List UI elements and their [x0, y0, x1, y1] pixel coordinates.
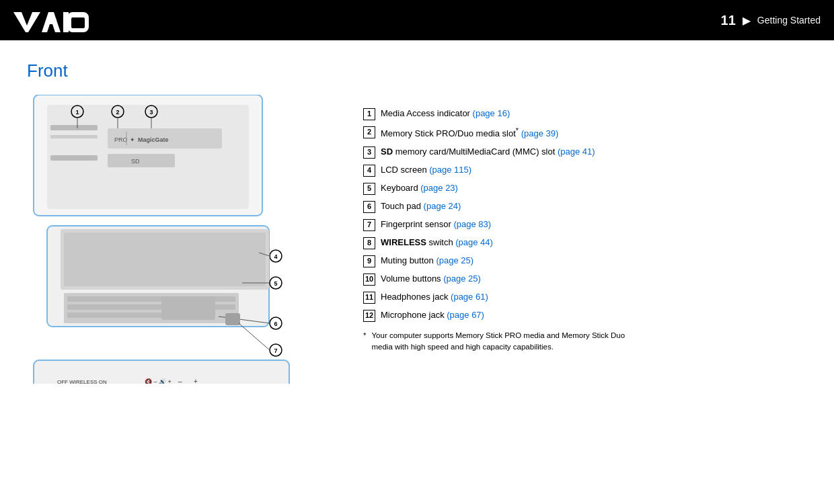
footnote: * Your computer supports Memory Stick PR…: [363, 330, 646, 353]
svg-rect-43: [225, 313, 240, 325]
svg-text:2: 2: [116, 109, 119, 116]
list-item: 7 Fingerprint sensor (page 83): [363, 218, 807, 231]
description-list: 1 Media Access indicator (page 16) 2 Mem…: [363, 108, 807, 322]
vaio-logo: [13, 7, 94, 34]
item-number-12: 12: [363, 310, 375, 322]
svg-rect-39: [161, 296, 215, 320]
item-text-6: Touch pad (page 24): [381, 200, 461, 212]
svg-text:SD: SD: [131, 158, 140, 165]
svg-text:3: 3: [149, 109, 153, 116]
list-item: 2 Memory Stick PRO/Duo media slot* (page…: [363, 126, 807, 140]
list-item: 6 Touch pad (page 24): [363, 200, 807, 213]
list-item: 12 Microphone jack (page 67): [363, 309, 807, 322]
right-panel: 1 Media Access indicator (page 16) 2 Mem…: [336, 60, 807, 491]
svg-rect-11: [108, 154, 175, 167]
item-link-1[interactable]: (page 16): [473, 108, 510, 118]
svg-rect-15: [50, 155, 98, 161]
item-number-10: 10: [363, 274, 375, 286]
list-item: 4 LCD screen (page 115): [363, 164, 807, 177]
svg-rect-29: [64, 233, 266, 286]
list-item: 3 SD memory card/MultiMediaCard (MMC) sl…: [363, 146, 807, 159]
svg-marker-0: [13, 12, 40, 32]
item-number-3: 3: [363, 146, 375, 159]
main-content: Front PRO ✦ MagicGate SD 1: [0, 40, 834, 504]
svg-rect-13: [50, 125, 98, 130]
item-number-5: 5: [363, 183, 375, 195]
svg-text:+: +: [194, 378, 198, 384]
item-text-12: Microphone jack (page 67): [381, 309, 484, 321]
item-link-8[interactable]: (page 44): [455, 237, 493, 247]
item-link-5[interactable]: (page 23): [420, 183, 458, 193]
left-panel: Front PRO ✦ MagicGate SD 1: [27, 60, 336, 491]
footnote-text: Your computer supports Memory Stick PRO …: [371, 330, 646, 353]
list-item: 5 Keyboard (page 23): [363, 182, 807, 195]
item-text-2: Memory Stick PRO/Duo media slot* (page 3…: [381, 126, 558, 140]
item-number-8: 8: [363, 237, 375, 249]
list-item: 8 WIRELESS switch (page 44): [363, 237, 807, 249]
svg-text:7: 7: [274, 347, 277, 354]
item-link-4[interactable]: (page 115): [429, 165, 471, 175]
svg-text:✦: ✦: [130, 136, 135, 143]
header-right: 11 ▶ Getting Started: [721, 13, 821, 28]
svg-marker-1: [42, 12, 61, 32]
item-number-7: 7: [363, 219, 375, 231]
list-item: 1 Media Access indicator (page 16): [363, 108, 807, 120]
svg-text:PRO: PRO: [114, 136, 128, 143]
svg-text:1: 1: [75, 109, 79, 116]
item-text-1: Media Access indicator (page 16): [381, 108, 510, 120]
list-item: 9 Muting button (page 25): [363, 255, 807, 267]
item-link-12[interactable]: (page 67): [447, 310, 484, 320]
item-text-4: LCD screen (page 115): [381, 164, 471, 176]
header: 11 ▶ Getting Started: [0, 0, 834, 40]
item-number-9: 9: [363, 255, 375, 267]
page-number: 11: [721, 13, 736, 28]
item-link-7[interactable]: (page 83): [453, 219, 491, 229]
item-text-11: Headphones jack (page 61): [381, 291, 488, 303]
footnote-star: *: [363, 330, 366, 341]
chevron-icon: ▶: [743, 14, 751, 27]
item-text-5: Keyboard (page 23): [381, 182, 458, 194]
svg-text:MagicGate: MagicGate: [138, 136, 169, 143]
item-link-9[interactable]: (page 25): [436, 255, 473, 265]
item-link-6[interactable]: (page 24): [424, 201, 461, 211]
svg-rect-14: [50, 135, 98, 138]
svg-text:5: 5: [274, 280, 277, 287]
item-text-3: SD memory card/MultiMediaCard (MMC) slot…: [381, 146, 595, 158]
item-number-11: 11: [363, 292, 375, 304]
item-text-10: Volume buttons (page 25): [381, 273, 481, 285]
svg-text:🔇  –  🔊  +: 🔇 – 🔊 +: [145, 378, 172, 384]
item-link-3[interactable]: (page 41): [558, 146, 595, 157]
item-link-2[interactable]: (page 39): [521, 128, 559, 138]
item-text-9: Muting button (page 25): [381, 255, 473, 267]
item-link-10[interactable]: (page 25): [443, 274, 481, 284]
laptop-diagram: PRO ✦ MagicGate SD 1 2 3: [27, 95, 316, 384]
svg-text:–: –: [178, 378, 182, 384]
item-number-6: 6: [363, 201, 375, 213]
svg-text:6: 6: [274, 321, 277, 327]
item-link-11[interactable]: (page 61): [451, 292, 488, 302]
svg-text:4: 4: [274, 253, 277, 260]
svg-text:OFF  WIRELESS  ON: OFF WIRELESS ON: [57, 379, 107, 384]
item-text-7: Fingerprint sensor (page 83): [381, 218, 491, 230]
list-item: 10 Volume buttons (page 25): [363, 273, 807, 286]
item-number-1: 1: [363, 108, 375, 120]
page-title: Front: [27, 60, 336, 81]
list-item: 11 Headphones jack (page 61): [363, 291, 807, 304]
item-number-4: 4: [363, 165, 375, 177]
svg-rect-2: [50, 19, 56, 22]
section-title-header: Getting Started: [757, 15, 821, 26]
item-text-8: WIRELESS switch (page 44): [381, 237, 493, 249]
item-number-2: 2: [363, 126, 375, 138]
